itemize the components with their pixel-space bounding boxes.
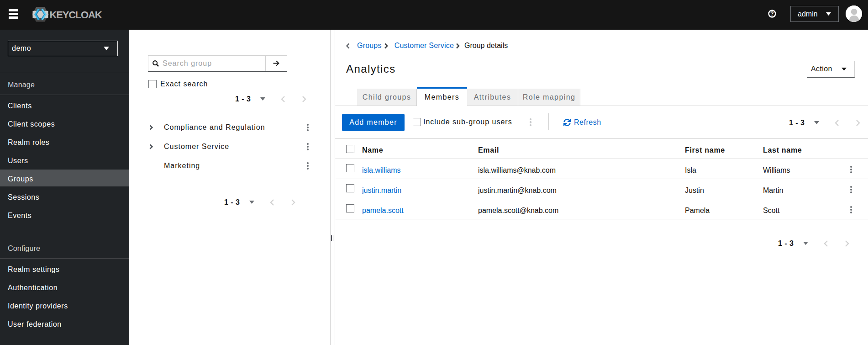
svg-text:KEYCLOAK: KEYCLOAK — [50, 9, 102, 21]
svg-text:?: ? — [770, 11, 773, 17]
